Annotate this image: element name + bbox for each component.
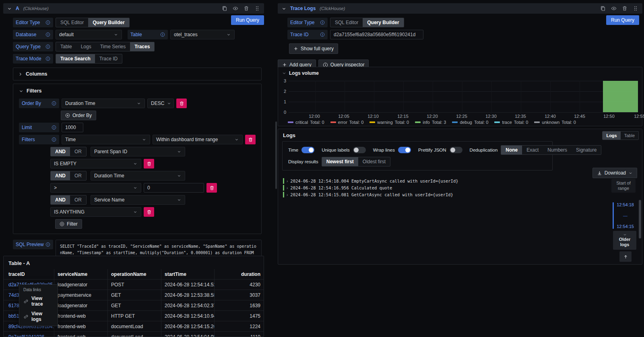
columns-section[interactable]: Columns: [13, 68, 262, 80]
query-type-traces[interactable]: Traces: [130, 42, 154, 51]
collapse-chevron-icon[interactable]: [282, 6, 286, 11]
table-select[interactable]: otel_traces: [170, 30, 235, 39]
wrap-lines-toggle[interactable]: [398, 147, 411, 153]
sql-editor-option[interactable]: SQL Editor: [330, 18, 363, 27]
query-type-logs[interactable]: Logs: [76, 42, 96, 51]
logs-volume-header[interactable]: Logs volume: [282, 70, 319, 76]
legend-item-info[interactable]: infoTotal:3: [415, 120, 446, 125]
delete-query-icon[interactable]: [622, 6, 627, 11]
trace-id-option[interactable]: Trace ID: [95, 54, 122, 63]
log-row[interactable]: ›2024-06-28 12:54:16.956 Calculated quot…: [283, 185, 458, 191]
remove-filter-button[interactable]: [206, 183, 217, 193]
query-builder-option[interactable]: Query Builder: [363, 18, 403, 27]
and-option[interactable]: AND: [51, 147, 70, 156]
legend-item-warning[interactable]: warningTotal:0: [369, 120, 409, 125]
sql-editor-option[interactable]: SQL Editor: [56, 18, 88, 27]
trace-search-option[interactable]: Trace Search: [56, 54, 95, 63]
database-select[interactable]: default: [56, 30, 122, 39]
table-panel-title[interactable]: Table - A: [8, 260, 30, 266]
legend-item-debug[interactable]: debugTotal:0: [452, 120, 488, 125]
info-icon[interactable]: [320, 32, 325, 37]
info-icon[interactable]: [45, 20, 50, 25]
info-logs-bar[interactable]: [603, 81, 638, 112]
logs-view-option[interactable]: Logs: [603, 132, 620, 140]
column-header[interactable]: duration: [215, 269, 264, 279]
trace-id-input[interactable]: d2a7155ef6a928a05680e5ff6190241d: [330, 30, 423, 39]
dedup-numbers-option[interactable]: Numbers: [543, 146, 572, 154]
oldest-first-option[interactable]: Oldest first: [358, 157, 390, 166]
dedup-signature-option[interactable]: Signature: [572, 146, 601, 154]
legend-item-critical[interactable]: criticalTotal:0: [288, 120, 324, 125]
drag-handle-icon[interactable]: [633, 6, 638, 11]
legend-item-error[interactable]: errorTotal:0: [330, 120, 364, 125]
filter-field-select[interactable]: Service Name: [91, 195, 185, 205]
hide-query-icon[interactable]: [611, 6, 617, 11]
filter-field-select[interactable]: Parent Span ID: [91, 147, 185, 156]
logs-scrollbar[interactable]: [639, 200, 641, 238]
query-ref-id[interactable]: A: [16, 6, 19, 11]
duplicate-query-icon[interactable]: [600, 6, 606, 11]
add-order-by-button[interactable]: Order By: [61, 111, 96, 120]
order-by-direction-select[interactable]: DESC: [147, 99, 174, 108]
or-option[interactable]: OR: [70, 171, 86, 180]
show-full-query-button[interactable]: Show full query: [289, 43, 338, 54]
unique-labels-toggle[interactable]: [353, 147, 366, 153]
info-icon[interactable]: [52, 137, 56, 142]
add-filter-button[interactable]: Filter: [55, 219, 82, 229]
column-header[interactable]: startTime: [161, 269, 215, 279]
column-header[interactable]: serviceName: [54, 269, 108, 279]
query-type-timeseries[interactable]: Time Series: [96, 42, 130, 51]
table-view-option[interactable]: Table: [621, 132, 638, 140]
legend-item-trace[interactable]: traceTotal:0: [494, 120, 528, 125]
info-icon[interactable]: [45, 44, 50, 49]
remove-filter-button[interactable]: [144, 207, 154, 217]
info-icon[interactable]: [45, 56, 50, 61]
remove-order-by-button[interactable]: [176, 99, 187, 108]
dedup-exact-option[interactable]: Exact: [522, 146, 543, 154]
older-logs-button[interactable]: Older logs: [613, 231, 636, 250]
log-range-timeline[interactable]: 12:54:18 — 12:54:15: [613, 202, 634, 229]
info-icon[interactable]: [52, 125, 56, 130]
filter-field-select[interactable]: Time: [62, 135, 150, 144]
prettify-json-toggle[interactable]: [450, 147, 462, 153]
view-trace-menu-item[interactable]: View trace: [19, 294, 58, 309]
remove-filter-button[interactable]: [245, 135, 256, 144]
info-icon[interactable]: [45, 32, 50, 37]
log-row[interactable]: ›2024-06-28 12:54:15.081 GetCartAsync ca…: [283, 192, 458, 197]
or-option[interactable]: OR: [70, 147, 86, 156]
filter-value-input[interactable]: 0: [144, 183, 204, 193]
query-type-table[interactable]: Table: [56, 42, 76, 51]
filter-operator-select[interactable]: IS ANYTHING: [50, 207, 141, 217]
trace-id-link[interactable]: 9a7caf61841936...: [8, 334, 48, 337]
info-icon[interactable]: [320, 20, 325, 25]
scroll-to-top-button[interactable]: [619, 251, 632, 262]
collapse-chevron-icon[interactable]: [7, 6, 12, 11]
time-toggle[interactable]: [301, 147, 314, 153]
column-header[interactable]: operationName: [108, 269, 161, 279]
legend-item-unknown[interactable]: unknownTotal:0: [534, 120, 576, 125]
query-builder-option[interactable]: Query Builder: [88, 18, 129, 27]
and-option[interactable]: AND: [51, 171, 70, 180]
download-button[interactable]: Download: [592, 168, 637, 178]
or-option[interactable]: OR: [70, 195, 86, 204]
filter-operator-select[interactable]: Within dashboard time range: [153, 135, 243, 144]
info-icon[interactable]: [160, 32, 165, 37]
newest-first-option[interactable]: Newest first: [322, 157, 358, 166]
column-header[interactable]: traceID: [4, 269, 54, 279]
delete-query-icon[interactable]: [244, 6, 249, 11]
filter-operator-select[interactable]: >: [50, 183, 141, 193]
page-scrollbar[interactable]: [275, 121, 277, 189]
info-icon[interactable]: [52, 101, 56, 106]
hide-query-icon[interactable]: [233, 6, 238, 11]
drag-handle-icon[interactable]: [254, 6, 260, 11]
info-icon[interactable]: [45, 242, 50, 247]
duplicate-query-icon[interactable]: [222, 6, 227, 11]
log-row[interactable]: ›2024-06-28 12:54:18.004 EmptyCartAsync …: [283, 178, 458, 184]
dedup-none-option[interactable]: None: [501, 146, 522, 154]
filter-operator-select[interactable]: IS EMPTY: [50, 159, 141, 168]
filters-section-header[interactable]: Filters: [19, 88, 256, 94]
view-logs-menu-item[interactable]: View logs: [19, 309, 58, 324]
query-ref-id[interactable]: Trace Logs: [290, 6, 316, 11]
and-option[interactable]: AND: [51, 195, 70, 204]
order-by-field-select[interactable]: Duration Time: [62, 99, 145, 108]
